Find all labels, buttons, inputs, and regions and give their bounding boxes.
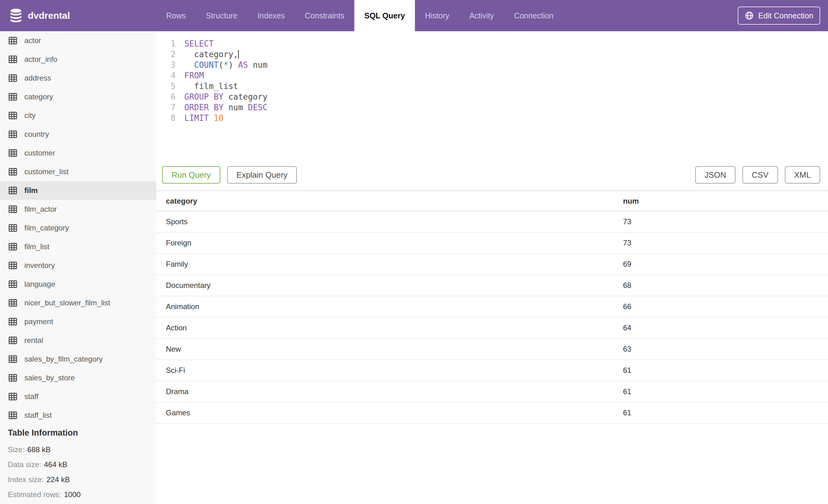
line-code: GROUP BY category [176, 91, 267, 102]
table-grid-icon [8, 167, 18, 177]
table-name-label: film_list [25, 242, 49, 251]
result-row: Family 69 [156, 254, 828, 275]
table-info-row: Estimated rows: 1000 [0, 487, 156, 502]
line-number: 8 [156, 113, 176, 123]
editor-line[interactable]: 4 FROM [156, 70, 828, 81]
sidebar-item-film[interactable]: film [0, 181, 156, 200]
brand-label: dvdrental [28, 10, 70, 21]
sidebar-item-nicer-but-slower-film-list[interactable]: nicer_but_slower_film_list [0, 293, 156, 312]
line-code: COUNT(*) AS num [176, 60, 267, 70]
line-number: 3 [156, 60, 176, 70]
info-label: Index size: [8, 475, 44, 484]
tab-connection[interactable]: Connection [504, 0, 563, 31]
result-cell-category: Sports [156, 211, 623, 232]
sidebar-item-category[interactable]: category [0, 87, 156, 106]
result-cell-category: Action [156, 317, 623, 338]
database-icon [9, 8, 23, 23]
sidebar-item-film-actor[interactable]: film_actor [0, 200, 156, 219]
sidebar-item-address[interactable]: address [0, 69, 156, 87]
tab-structure[interactable]: Structure [196, 0, 247, 31]
result-cell-num: 61 [623, 360, 828, 381]
table-name-label: category [25, 92, 53, 101]
result-cell-num: 61 [623, 402, 828, 423]
tab-rows[interactable]: Rows [156, 0, 196, 31]
sidebar-item-customer-list[interactable]: customer_list [0, 163, 156, 181]
sidebar-item-sales-by-store[interactable]: sales_by_store [0, 368, 156, 387]
brand: dvdrental [0, 0, 156, 31]
table-grid-icon [8, 261, 18, 270]
editor-line[interactable]: 1 SELECT [156, 38, 828, 49]
edit-connection-button[interactable]: Edit Connection [738, 7, 820, 25]
sidebar-item-sales-by-film-category[interactable]: sales_by_film_category [0, 350, 156, 368]
result-row: Action 64 [156, 317, 828, 338]
globe-icon [745, 11, 754, 20]
table-name-label: staff_list [25, 411, 52, 420]
sidebar-item-language[interactable]: language [0, 275, 156, 293]
line-number: 1 [156, 38, 176, 49]
sidebar-item-staff[interactable]: staff [0, 387, 156, 406]
table-grid-icon [8, 92, 18, 102]
sidebar-item-film-category[interactable]: film_category [0, 219, 156, 237]
table-grid-icon [8, 110, 18, 121]
table-name-label: address [25, 74, 51, 83]
tab-constraints[interactable]: Constraints [295, 0, 354, 31]
result-row: Foreign 73 [156, 232, 828, 254]
result-cell-category: New [156, 338, 623, 360]
sidebar-item-rental[interactable]: rental [0, 331, 156, 350]
result-row: Animation 66 [156, 296, 828, 317]
editor-line[interactable]: 2 category, [156, 49, 828, 60]
column-header-num: num [623, 191, 828, 211]
tab-indexes[interactable]: Indexes [247, 0, 295, 31]
tab-activity[interactable]: Activity [459, 0, 504, 31]
result-row: Sports 73 [156, 211, 828, 232]
result-row: Drama 61 [156, 381, 828, 402]
line-number: 6 [156, 91, 176, 102]
sidebar-item-actor[interactable]: actor [0, 31, 156, 50]
line-number: 2 [156, 49, 176, 60]
sql-editor[interactable]: 1 SELECT 2 category, 3 COUNT(*) AS num 4… [156, 31, 828, 166]
sidebar-item-country[interactable]: country [0, 125, 156, 144]
table-grid-icon [8, 185, 18, 195]
editor-line[interactable]: 8 LIMIT 10 [156, 113, 828, 123]
sidebar-item-payment[interactable]: payment [0, 312, 156, 331]
tab-sql-query[interactable]: SQL Query [354, 0, 415, 31]
table-grid-icon [8, 36, 18, 46]
export-button-json[interactable]: JSON [695, 166, 736, 184]
table-name-label: film_category [25, 224, 69, 232]
run-query-button[interactable]: Run Query [162, 166, 220, 184]
export-button-xml[interactable]: XML [785, 166, 820, 184]
table-grid-icon [8, 73, 18, 83]
query-toolbar: Run Query Explain Query JSONCSVXML [156, 166, 828, 184]
sidebar-item-customer[interactable]: customer [0, 144, 156, 163]
table-grid-icon [8, 373, 18, 383]
table-information: Size: 688 kB Data size: 464 kB Index siz… [0, 442, 156, 502]
sidebar-item-inventory[interactable]: inventory [0, 256, 156, 275]
tab-history[interactable]: History [415, 0, 459, 31]
info-value: 224 kB [47, 475, 70, 484]
result-row: Documentary 68 [156, 275, 828, 296]
table-name-label: actor [25, 36, 41, 45]
table-name-label: customer [25, 149, 55, 157]
sidebar-item-staff-list[interactable]: staff_list [0, 406, 156, 425]
tables-sidebar: actor actor_info address category [0, 31, 156, 504]
line-number: 4 [156, 70, 176, 81]
info-label: Size: [8, 445, 25, 454]
result-cell-category: Drama [156, 381, 623, 402]
line-code: SELECT [176, 38, 214, 49]
result-cell-num: 66 [623, 296, 828, 317]
editor-line[interactable]: 6 GROUP BY category [156, 91, 828, 102]
line-code: FROM [176, 70, 204, 81]
table-grid-icon [8, 204, 18, 214]
edit-connection-label: Edit Connection [758, 11, 813, 20]
sidebar-item-actor-info[interactable]: actor_info [0, 50, 156, 69]
explain-query-button[interactable]: Explain Query [227, 166, 297, 184]
editor-line[interactable]: 5 film_list [156, 81, 828, 91]
sidebar-item-film-list[interactable]: film_list [0, 237, 156, 256]
results-header-row: category num [156, 191, 828, 211]
editor-line[interactable]: 3 COUNT(*) AS num [156, 60, 828, 70]
sidebar-item-city[interactable]: city [0, 106, 156, 125]
table-name-label: language [25, 280, 55, 288]
result-cell-category: Foreign [156, 232, 623, 254]
export-button-csv[interactable]: CSV [742, 166, 778, 184]
editor-line[interactable]: 7 ORDER BY num DESC [156, 102, 828, 113]
